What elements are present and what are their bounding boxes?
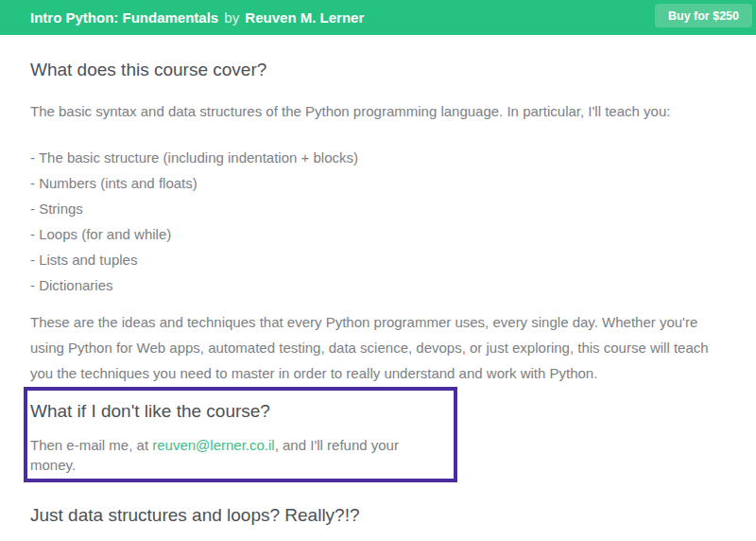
list-item: - Strings	[30, 196, 728, 221]
section-heading-really: Just data structures and loops? Really?!…	[30, 504, 728, 526]
byline-separator: by	[222, 9, 241, 26]
course-summary-paragraph: These are the ideas and techniques that …	[30, 309, 728, 386]
email-link[interactable]: reuven@lerner.co.il	[152, 437, 274, 453]
course-header-bar: Intro Python: Fundamentals by Reuven M. …	[0, 0, 756, 35]
refund-highlight-box: What if I don't like the course? Then e-…	[24, 387, 457, 482]
refund-paragraph: Then e-mail me, at reuven@lerner.co.il, …	[30, 435, 444, 475]
list-item: - Loops (for and while)	[30, 221, 728, 247]
course-title: Intro Python: Fundamentals by Reuven M. …	[30, 9, 364, 26]
list-item: - Lists and tuples	[30, 247, 728, 272]
refund-text-before: Then e-mail me, at	[30, 437, 152, 453]
topics-list: - The basic structure (including indenta…	[30, 145, 728, 298]
list-item: - The basic structure (including indenta…	[30, 145, 728, 170]
list-item: - Dictionaries	[30, 272, 728, 298]
list-item: - Numbers (ints and floats)	[30, 170, 728, 196]
buy-button[interactable]: Buy for $250	[655, 4, 752, 27]
section-heading-refund: What if I don't like the course?	[30, 400, 444, 423]
course-description-content: What does this course cover? The basic s…	[0, 59, 756, 541]
course-intro-paragraph: The basic syntax and data structures of …	[30, 98, 728, 124]
section-heading-course-cover: What does this course cover?	[30, 59, 728, 80]
course-title-text: Intro Python: Fundamentals	[30, 9, 218, 26]
course-author: Reuven M. Lerner	[245, 9, 364, 26]
